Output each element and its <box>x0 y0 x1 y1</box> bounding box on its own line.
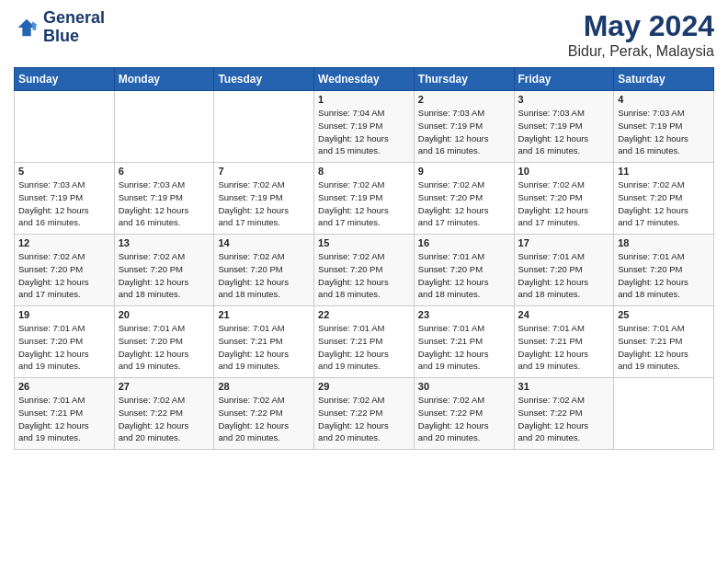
day-info: Sunrise: 7:03 AM Sunset: 7:19 PM Dayligh… <box>618 107 710 157</box>
day-number: 27 <box>119 381 210 392</box>
day-number: 5 <box>18 166 110 177</box>
day-info: Sunrise: 7:02 AM Sunset: 7:19 PM Dayligh… <box>218 178 310 229</box>
day-info: Sunrise: 7:01 AM Sunset: 7:20 PM Dayligh… <box>119 322 210 373</box>
day-cell: 25Sunrise: 7:01 AM Sunset: 7:21 PM Dayli… <box>614 306 714 378</box>
day-info: Sunrise: 7:02 AM Sunset: 7:20 PM Dayligh… <box>318 250 410 301</box>
day-number: 6 <box>119 166 210 177</box>
day-cell: 18Sunrise: 7:01 AM Sunset: 7:20 PM Dayli… <box>614 235 714 306</box>
calendar-body: 1Sunrise: 7:04 AM Sunset: 7:19 PM Daylig… <box>15 91 714 450</box>
header-cell-sunday: Sunday <box>15 68 115 91</box>
day-cell: 1Sunrise: 7:04 AM Sunset: 7:19 PM Daylig… <box>314 91 415 163</box>
day-info: Sunrise: 7:01 AM Sunset: 7:20 PM Dayligh… <box>518 250 610 301</box>
day-number: 25 <box>618 309 710 320</box>
header-cell-friday: Friday <box>514 68 614 91</box>
day-number: 10 <box>518 166 610 177</box>
day-cell: 5Sunrise: 7:03 AM Sunset: 7:19 PM Daylig… <box>15 163 115 235</box>
day-info: Sunrise: 7:02 AM Sunset: 7:22 PM Dayligh… <box>418 394 510 444</box>
week-row-3: 19Sunrise: 7:01 AM Sunset: 7:20 PM Dayli… <box>15 306 714 378</box>
day-info: Sunrise: 7:03 AM Sunset: 7:19 PM Dayligh… <box>518 107 610 157</box>
day-number: 21 <box>218 309 310 320</box>
day-number: 18 <box>618 237 710 248</box>
day-number: 16 <box>418 237 510 248</box>
day-info: Sunrise: 7:01 AM Sunset: 7:21 PM Dayligh… <box>218 322 310 373</box>
day-info: Sunrise: 7:02 AM Sunset: 7:20 PM Dayligh… <box>18 250 110 301</box>
title-area: May 2024 Bidur, Perak, Malaysia <box>568 9 714 60</box>
header-cell-thursday: Thursday <box>414 68 514 91</box>
day-number: 31 <box>518 381 610 392</box>
calendar-table: SundayMondayTuesdayWednesdayThursdayFrid… <box>14 67 714 450</box>
day-cell: 20Sunrise: 7:01 AM Sunset: 7:20 PM Dayli… <box>114 306 214 378</box>
month-title: May 2024 <box>568 9 714 43</box>
header-cell-tuesday: Tuesday <box>214 68 314 91</box>
day-info: Sunrise: 7:02 AM Sunset: 7:19 PM Dayligh… <box>318 178 410 229</box>
day-cell: 14Sunrise: 7:02 AM Sunset: 7:20 PM Dayli… <box>214 235 314 306</box>
day-cell: 23Sunrise: 7:01 AM Sunset: 7:21 PM Dayli… <box>414 306 514 378</box>
day-info: Sunrise: 7:02 AM Sunset: 7:22 PM Dayligh… <box>518 394 610 444</box>
day-cell: 27Sunrise: 7:02 AM Sunset: 7:22 PM Dayli… <box>114 378 214 450</box>
day-cell <box>614 378 714 450</box>
day-info: Sunrise: 7:01 AM Sunset: 7:21 PM Dayligh… <box>518 322 610 373</box>
day-number: 22 <box>318 309 410 320</box>
day-cell: 22Sunrise: 7:01 AM Sunset: 7:21 PM Dayli… <box>314 306 415 378</box>
day-cell: 26Sunrise: 7:01 AM Sunset: 7:21 PM Dayli… <box>15 378 115 450</box>
day-cell: 13Sunrise: 7:02 AM Sunset: 7:20 PM Dayli… <box>114 235 214 306</box>
day-cell: 28Sunrise: 7:02 AM Sunset: 7:22 PM Dayli… <box>214 378 314 450</box>
day-number: 9 <box>418 166 510 177</box>
day-number: 11 <box>618 166 710 177</box>
day-info: Sunrise: 7:04 AM Sunset: 7:19 PM Dayligh… <box>318 107 410 157</box>
day-info: Sunrise: 7:03 AM Sunset: 7:19 PM Dayligh… <box>119 178 210 229</box>
day-number: 2 <box>418 94 510 105</box>
day-info: Sunrise: 7:03 AM Sunset: 7:19 PM Dayligh… <box>418 107 510 157</box>
day-number: 12 <box>18 237 110 248</box>
day-cell: 21Sunrise: 7:01 AM Sunset: 7:21 PM Dayli… <box>214 306 314 378</box>
day-info: Sunrise: 7:02 AM Sunset: 7:22 PM Dayligh… <box>318 394 410 444</box>
logo: General Blue <box>14 9 105 46</box>
day-number: 29 <box>318 381 410 392</box>
header-cell-monday: Monday <box>114 68 214 91</box>
day-number: 15 <box>318 237 410 248</box>
day-info: Sunrise: 7:02 AM Sunset: 7:20 PM Dayligh… <box>119 250 210 301</box>
week-row-0: 1Sunrise: 7:04 AM Sunset: 7:19 PM Daylig… <box>15 91 714 163</box>
day-cell: 31Sunrise: 7:02 AM Sunset: 7:22 PM Dayli… <box>514 378 614 450</box>
day-cell: 16Sunrise: 7:01 AM Sunset: 7:20 PM Dayli… <box>414 235 514 306</box>
day-info: Sunrise: 7:01 AM Sunset: 7:21 PM Dayligh… <box>618 322 710 373</box>
day-cell: 7Sunrise: 7:02 AM Sunset: 7:19 PM Daylig… <box>214 163 314 235</box>
day-number: 13 <box>119 237 210 248</box>
day-number: 7 <box>218 166 310 177</box>
day-cell <box>114 91 214 163</box>
day-cell <box>15 91 115 163</box>
calendar-header: SundayMondayTuesdayWednesdayThursdayFrid… <box>15 68 714 91</box>
day-info: Sunrise: 7:02 AM Sunset: 7:20 PM Dayligh… <box>618 178 710 229</box>
header-cell-wednesday: Wednesday <box>314 68 415 91</box>
day-info: Sunrise: 7:02 AM Sunset: 7:20 PM Dayligh… <box>518 178 610 229</box>
day-info: Sunrise: 7:01 AM Sunset: 7:20 PM Dayligh… <box>18 322 110 373</box>
day-number: 28 <box>218 381 310 392</box>
day-number: 14 <box>218 237 310 248</box>
logo-text: General Blue <box>43 9 105 46</box>
day-cell: 15Sunrise: 7:02 AM Sunset: 7:20 PM Dayli… <box>314 235 415 306</box>
week-row-2: 12Sunrise: 7:02 AM Sunset: 7:20 PM Dayli… <box>15 235 714 306</box>
day-cell: 17Sunrise: 7:01 AM Sunset: 7:20 PM Dayli… <box>514 235 614 306</box>
day-cell: 8Sunrise: 7:02 AM Sunset: 7:19 PM Daylig… <box>314 163 415 235</box>
day-cell: 11Sunrise: 7:02 AM Sunset: 7:20 PM Dayli… <box>614 163 714 235</box>
day-cell: 10Sunrise: 7:02 AM Sunset: 7:20 PM Dayli… <box>514 163 614 235</box>
day-info: Sunrise: 7:02 AM Sunset: 7:22 PM Dayligh… <box>119 394 210 444</box>
logo-icon <box>14 15 40 40</box>
day-info: Sunrise: 7:02 AM Sunset: 7:20 PM Dayligh… <box>218 250 310 301</box>
day-number: 17 <box>518 237 610 248</box>
location-title: Bidur, Perak, Malaysia <box>568 43 714 60</box>
day-cell: 30Sunrise: 7:02 AM Sunset: 7:22 PM Dayli… <box>414 378 514 450</box>
day-cell: 9Sunrise: 7:02 AM Sunset: 7:20 PM Daylig… <box>414 163 514 235</box>
header-cell-saturday: Saturday <box>614 68 714 91</box>
day-info: Sunrise: 7:01 AM Sunset: 7:21 PM Dayligh… <box>418 322 510 373</box>
header-row: SundayMondayTuesdayWednesdayThursdayFrid… <box>15 68 714 91</box>
header: General Blue May 2024 Bidur, Perak, Mala… <box>14 9 714 60</box>
day-number: 4 <box>618 94 710 105</box>
day-info: Sunrise: 7:03 AM Sunset: 7:19 PM Dayligh… <box>18 178 110 229</box>
day-cell: 24Sunrise: 7:01 AM Sunset: 7:21 PM Dayli… <box>514 306 614 378</box>
day-number: 19 <box>18 309 110 320</box>
day-cell: 12Sunrise: 7:02 AM Sunset: 7:20 PM Dayli… <box>15 235 115 306</box>
day-cell: 4Sunrise: 7:03 AM Sunset: 7:19 PM Daylig… <box>614 91 714 163</box>
day-number: 30 <box>418 381 510 392</box>
day-info: Sunrise: 7:01 AM Sunset: 7:21 PM Dayligh… <box>318 322 410 373</box>
